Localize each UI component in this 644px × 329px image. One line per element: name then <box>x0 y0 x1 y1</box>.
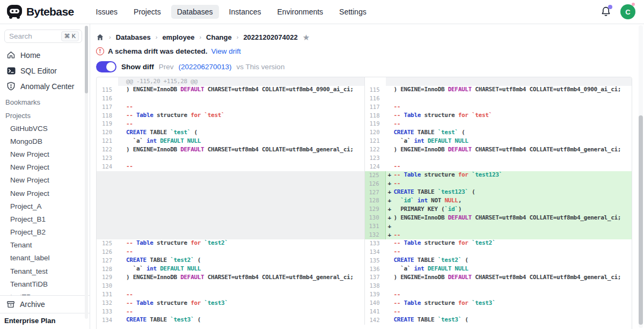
breadcrumb-item-change[interactable]: Change <box>206 33 232 41</box>
diff-left-line-number: 123 <box>97 154 118 163</box>
diff-left-code-line <box>118 180 364 188</box>
diff-right-code-line: -- <box>386 290 632 299</box>
topnav-item-settings[interactable]: Settings <box>333 5 372 19</box>
breadcrumb-separator: › <box>156 34 158 40</box>
user-avatar[interactable]: C <box>620 4 635 19</box>
diff-left-line-number <box>97 196 118 205</box>
diff-left-line-number: 129 <box>97 273 118 282</box>
diff-row: 125-- Table structure for `test2`133-- T… <box>97 239 632 248</box>
archive-icon <box>6 300 15 309</box>
topnav-item-environments[interactable]: Environments <box>272 5 330 19</box>
terminal-icon <box>6 66 16 75</box>
diff-left-line-number: 122 <box>97 145 118 154</box>
search-field[interactable] <box>9 32 55 40</box>
sidebar-item-sql-editor[interactable]: SQL Editor <box>0 63 90 78</box>
diff-left-line-number: 126 <box>97 248 118 257</box>
view-drift-link[interactable]: View drift <box>211 47 241 55</box>
page-scrollbar-thumb[interactable] <box>639 115 643 325</box>
diff-left-code-line <box>118 222 364 231</box>
diff-right-line-number: 118 <box>364 112 386 120</box>
project-item[interactable]: New Project <box>0 161 90 174</box>
project-item[interactable]: Tenant <box>0 239 90 252</box>
diff-row: 127+CREATE TABLE `test123` ( <box>97 188 632 197</box>
diff-right-code-line: + PRIMARY KEY (`id`) <box>386 205 632 214</box>
diff-right-code-line: `a` int DEFAULT NULL <box>386 265 632 274</box>
project-item[interactable]: New Project <box>0 174 90 187</box>
show-diff-toggle[interactable] <box>96 61 116 72</box>
diff-right-line-number: 139 <box>364 290 386 299</box>
notification-bell-icon[interactable] <box>600 6 612 18</box>
diff-right-line-number: 124 <box>364 163 386 171</box>
brand[interactable]: Bytebase <box>6 4 74 20</box>
avatar-initial: C <box>625 8 630 16</box>
breadcrumb-item-version: 20221202074022 <box>243 33 297 41</box>
diff-row: 124--124-- <box>97 163 632 171</box>
diff-row: 130+) ENGINE=InnoDB DEFAULT CHARSET=utf8… <box>97 214 632 222</box>
diff-left-code-line <box>118 282 364 290</box>
project-item[interactable]: New Project <box>0 148 90 160</box>
plan-label: Enterprise Plan <box>0 313 90 329</box>
diff-left-code-line: `a` int DEFAULT NULL <box>118 265 364 274</box>
diff-left-code-line <box>118 188 364 197</box>
diff-right-line-number: 141 <box>364 308 386 316</box>
diff-left-line-number <box>97 77 118 86</box>
breadcrumb-item-employee[interactable]: employee <box>162 33 194 41</box>
breadcrumb-item-databases[interactable]: Databases <box>116 33 151 41</box>
sidebar-item-anomaly-center[interactable]: Anomaly Center <box>0 78 90 94</box>
diff-right-line-number: 126 <box>364 180 386 188</box>
main-content: › Databases › employee › Change › 202212… <box>90 24 644 329</box>
project-item[interactable]: Project_B1 <box>0 213 90 225</box>
diff-left-code-line: -- Table structure for `test2` <box>118 239 364 248</box>
projects-section-label: Projects <box>0 107 90 121</box>
sidebar-item-home[interactable]: Home <box>0 47 90 63</box>
diff-left-code-line <box>118 231 364 239</box>
diff-left-code-line: -- <box>118 290 364 299</box>
diff-left-line-number: 133 <box>97 308 118 316</box>
diff-left-line-number <box>97 231 118 239</box>
diff-right-code-line: -- <box>386 248 632 257</box>
diff-right-line-number: 140 <box>364 299 386 308</box>
project-item[interactable]: Project_A <box>0 200 90 213</box>
diff-right-code-line: CREATE TABLE `test3` ( <box>386 316 632 325</box>
diff-row: 129+ PRIMARY KEY (`id`) <box>97 205 632 214</box>
diff-left-code-line: -- Table structure for `test` <box>118 112 364 120</box>
diff-row: 115) ENGINE=InnoDB DEFAULT CHARSET=utf8m… <box>97 86 632 94</box>
project-list: GitHubVCSMongoDBNew ProjectNew ProjectNe… <box>0 122 90 317</box>
diff-right-code-line: -- <box>386 120 632 128</box>
search-input[interactable]: ⌘ K <box>4 30 82 43</box>
diff-right-code-line: -- Table structure for `test` <box>386 112 632 120</box>
project-item[interactable]: New Project <box>0 187 90 200</box>
topnav-item-instances[interactable]: Instances <box>223 5 267 19</box>
project-item[interactable]: Project_B2 <box>0 226 90 239</box>
diff-left-code-line <box>118 196 364 205</box>
brand-name: Bytebase <box>26 5 74 18</box>
diff-row: 133--141-- <box>97 308 632 316</box>
sidebar-scrollbar-thumb[interactable] <box>85 26 88 93</box>
project-item[interactable]: GitHubVCS <box>0 122 90 135</box>
diff-left-line-number: 125 <box>97 239 118 248</box>
home-icon[interactable] <box>96 33 104 41</box>
bookmark-star-icon[interactable]: ★ <box>303 33 310 41</box>
project-item[interactable]: MongoDB <box>0 135 90 148</box>
diff-row: 128+ `id` int NOT NULL, <box>97 196 632 205</box>
topnav-item-projects[interactable]: Projects <box>128 5 167 19</box>
project-item[interactable]: tenant_label <box>0 252 90 265</box>
diff-right-code-line: CREATE TABLE `test` ( <box>386 128 632 137</box>
topnav-item-issues[interactable]: Issues <box>90 5 123 19</box>
project-item[interactable]: TenantTiDB <box>0 277 90 290</box>
diff-right-line-number: 116 <box>364 94 386 103</box>
notification-dot <box>608 5 612 9</box>
project-item[interactable]: Tenant_test <box>0 265 90 277</box>
topnav-item-databases[interactable]: Databases <box>171 5 219 19</box>
diff-row: 122) ENGINE=InnoDB DEFAULT CHARSET=utf8m… <box>97 145 632 154</box>
diff-left-code-line: -- <box>118 248 364 257</box>
diff-right-line-number: 121 <box>364 137 386 145</box>
prev-version-link[interactable]: (202206270013) <box>179 63 232 71</box>
diff-row: 131--139-- <box>97 290 632 299</box>
diff-row: 128 `a` int DEFAULT NULL136 `a` int DEFA… <box>97 265 632 274</box>
diff-right-code-line: +CREATE TABLE `test123` ( <box>386 188 632 197</box>
diff-left-line-number <box>97 188 118 197</box>
sidebar-item-archive[interactable]: Archive <box>0 296 90 313</box>
breadcrumb: › Databases › employee › Change › 202212… <box>96 32 644 42</box>
diff-right-code-line <box>386 94 632 103</box>
